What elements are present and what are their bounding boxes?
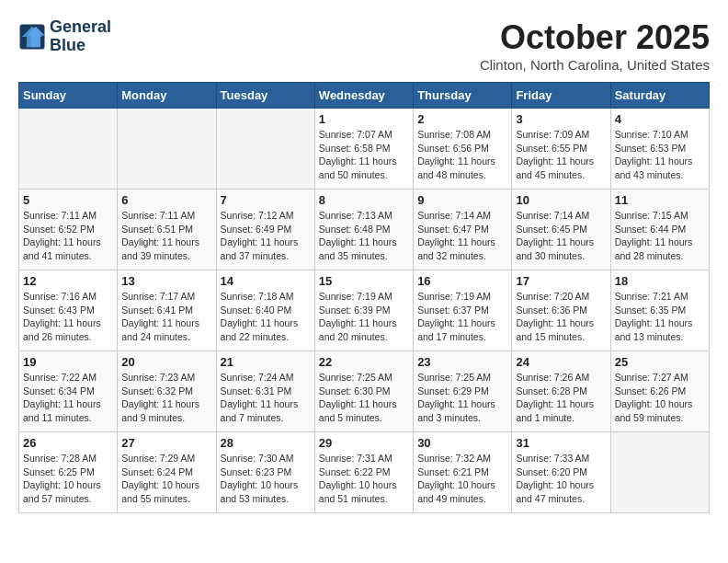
day-info: Sunrise: 7:10 AM Sunset: 6:53 PM Dayligh… [615, 128, 705, 182]
day-number: 27 [121, 436, 211, 450]
title-area: October 2025 Clinton, North Carolina, Un… [480, 18, 710, 73]
calendar-cell: 2Sunrise: 7:08 AM Sunset: 6:56 PM Daylig… [414, 109, 512, 190]
day-number: 5 [23, 193, 113, 207]
day-number: 21 [221, 355, 311, 369]
week-row-5: 26Sunrise: 7:28 AM Sunset: 6:25 PM Dayli… [19, 432, 710, 513]
calendar-cell: 23Sunrise: 7:25 AM Sunset: 6:29 PM Dayli… [414, 351, 512, 432]
day-number: 30 [417, 436, 507, 450]
day-number: 12 [23, 274, 113, 288]
day-info: Sunrise: 7:21 AM Sunset: 6:35 PM Dayligh… [615, 290, 705, 344]
day-info: Sunrise: 7:16 AM Sunset: 6:43 PM Dayligh… [23, 290, 113, 344]
day-number: 20 [121, 355, 211, 369]
day-number: 8 [319, 193, 409, 207]
day-number: 31 [516, 436, 606, 450]
logo-line1: General [50, 18, 111, 37]
day-number: 18 [615, 274, 705, 288]
calendar-cell: 25Sunrise: 7:27 AM Sunset: 6:26 PM Dayli… [610, 351, 709, 432]
calendar-cell: 19Sunrise: 7:22 AM Sunset: 6:34 PM Dayli… [19, 351, 118, 432]
day-info: Sunrise: 7:13 AM Sunset: 6:48 PM Dayligh… [319, 209, 409, 263]
day-number: 3 [516, 112, 606, 126]
day-info: Sunrise: 7:30 AM Sunset: 6:23 PM Dayligh… [221, 452, 311, 506]
day-number: 1 [319, 112, 409, 126]
calendar-cell: 16Sunrise: 7:19 AM Sunset: 6:37 PM Dayli… [414, 270, 512, 351]
day-number: 28 [221, 436, 311, 450]
calendar-cell: 22Sunrise: 7:25 AM Sunset: 6:30 PM Dayli… [314, 351, 413, 432]
logo: General Blue [18, 18, 111, 55]
day-info: Sunrise: 7:24 AM Sunset: 6:31 PM Dayligh… [221, 371, 311, 425]
weekday-header-row: SundayMondayTuesdayWednesdayThursdayFrid… [19, 83, 710, 109]
day-info: Sunrise: 7:17 AM Sunset: 6:41 PM Dayligh… [121, 290, 211, 344]
day-info: Sunrise: 7:15 AM Sunset: 6:44 PM Dayligh… [615, 209, 705, 263]
weekday-header-monday: Monday [118, 83, 216, 109]
day-number: 29 [319, 436, 409, 450]
day-number: 23 [417, 355, 507, 369]
day-number: 13 [121, 274, 211, 288]
calendar-cell: 9Sunrise: 7:14 AM Sunset: 6:47 PM Daylig… [414, 190, 512, 270]
day-number: 7 [221, 193, 311, 207]
day-info: Sunrise: 7:28 AM Sunset: 6:25 PM Dayligh… [23, 452, 113, 506]
calendar-cell: 28Sunrise: 7:30 AM Sunset: 6:23 PM Dayli… [216, 432, 314, 513]
day-info: Sunrise: 7:22 AM Sunset: 6:34 PM Dayligh… [23, 371, 113, 425]
day-number: 14 [221, 274, 311, 288]
calendar-cell: 11Sunrise: 7:15 AM Sunset: 6:44 PM Dayli… [610, 190, 709, 270]
day-number: 26 [23, 436, 113, 450]
calendar-cell: 3Sunrise: 7:09 AM Sunset: 6:55 PM Daylig… [512, 109, 610, 190]
calendar-cell: 13Sunrise: 7:17 AM Sunset: 6:41 PM Dayli… [118, 270, 216, 351]
day-number: 25 [615, 355, 705, 369]
weekday-header-friday: Friday [512, 83, 610, 109]
day-number: 22 [319, 355, 409, 369]
weekday-header-thursday: Thursday [414, 83, 512, 109]
calendar-cell: 31Sunrise: 7:33 AM Sunset: 6:20 PM Dayli… [512, 432, 610, 513]
day-info: Sunrise: 7:26 AM Sunset: 6:28 PM Dayligh… [516, 371, 606, 425]
week-row-4: 19Sunrise: 7:22 AM Sunset: 6:34 PM Dayli… [19, 351, 710, 432]
calendar-cell: 6Sunrise: 7:11 AM Sunset: 6:51 PM Daylig… [118, 190, 216, 270]
calendar-cell: 15Sunrise: 7:19 AM Sunset: 6:39 PM Dayli… [314, 270, 413, 351]
calendar-cell: 10Sunrise: 7:14 AM Sunset: 6:45 PM Dayli… [512, 190, 610, 270]
calendar-cell [610, 432, 709, 513]
calendar-cell: 14Sunrise: 7:18 AM Sunset: 6:40 PM Dayli… [216, 270, 314, 351]
day-info: Sunrise: 7:09 AM Sunset: 6:55 PM Dayligh… [516, 128, 606, 182]
day-info: Sunrise: 7:18 AM Sunset: 6:40 PM Dayligh… [221, 290, 311, 344]
logo-text: General Blue [50, 18, 111, 55]
calendar-cell: 12Sunrise: 7:16 AM Sunset: 6:43 PM Dayli… [19, 270, 118, 351]
day-info: Sunrise: 7:11 AM Sunset: 6:51 PM Dayligh… [121, 209, 211, 263]
day-info: Sunrise: 7:31 AM Sunset: 6:22 PM Dayligh… [319, 452, 409, 506]
day-info: Sunrise: 7:20 AM Sunset: 6:36 PM Dayligh… [516, 290, 606, 344]
calendar-cell: 29Sunrise: 7:31 AM Sunset: 6:22 PM Dayli… [314, 432, 413, 513]
day-info: Sunrise: 7:14 AM Sunset: 6:47 PM Dayligh… [417, 209, 507, 263]
day-info: Sunrise: 7:27 AM Sunset: 6:26 PM Dayligh… [615, 371, 705, 425]
day-number: 16 [417, 274, 507, 288]
day-info: Sunrise: 7:25 AM Sunset: 6:30 PM Dayligh… [319, 371, 409, 425]
day-info: Sunrise: 7:12 AM Sunset: 6:49 PM Dayligh… [221, 209, 311, 263]
calendar-cell: 24Sunrise: 7:26 AM Sunset: 6:28 PM Dayli… [512, 351, 610, 432]
calendar-cell [118, 109, 216, 190]
day-number: 11 [615, 193, 705, 207]
logo-icon [18, 23, 46, 51]
weekday-header-sunday: Sunday [19, 83, 118, 109]
calendar-cell: 5Sunrise: 7:11 AM Sunset: 6:52 PM Daylig… [19, 190, 118, 270]
calendar-table: SundayMondayTuesdayWednesdayThursdayFrid… [18, 82, 710, 513]
day-info: Sunrise: 7:32 AM Sunset: 6:21 PM Dayligh… [417, 452, 507, 506]
calendar-cell: 30Sunrise: 7:32 AM Sunset: 6:21 PM Dayli… [414, 432, 512, 513]
day-number: 4 [615, 112, 705, 126]
day-number: 15 [319, 274, 409, 288]
day-info: Sunrise: 7:23 AM Sunset: 6:32 PM Dayligh… [121, 371, 211, 425]
location: Clinton, North Carolina, United States [480, 57, 710, 73]
day-info: Sunrise: 7:07 AM Sunset: 6:58 PM Dayligh… [319, 128, 409, 182]
calendar-cell: 20Sunrise: 7:23 AM Sunset: 6:32 PM Dayli… [118, 351, 216, 432]
calendar-cell: 27Sunrise: 7:29 AM Sunset: 6:24 PM Dayli… [118, 432, 216, 513]
calendar-cell: 4Sunrise: 7:10 AM Sunset: 6:53 PM Daylig… [610, 109, 709, 190]
week-row-3: 12Sunrise: 7:16 AM Sunset: 6:43 PM Dayli… [19, 270, 710, 351]
day-number: 10 [516, 193, 606, 207]
week-row-1: 1Sunrise: 7:07 AM Sunset: 6:58 PM Daylig… [19, 109, 710, 190]
calendar-cell: 26Sunrise: 7:28 AM Sunset: 6:25 PM Dayli… [19, 432, 118, 513]
day-number: 6 [121, 193, 211, 207]
day-info: Sunrise: 7:11 AM Sunset: 6:52 PM Dayligh… [23, 209, 113, 263]
day-info: Sunrise: 7:19 AM Sunset: 6:39 PM Dayligh… [319, 290, 409, 344]
calendar-cell: 17Sunrise: 7:20 AM Sunset: 6:36 PM Dayli… [512, 270, 610, 351]
calendar-cell [19, 109, 118, 190]
day-number: 9 [417, 193, 507, 207]
day-number: 17 [516, 274, 606, 288]
weekday-header-tuesday: Tuesday [216, 83, 314, 109]
calendar-cell: 18Sunrise: 7:21 AM Sunset: 6:35 PM Dayli… [610, 270, 709, 351]
